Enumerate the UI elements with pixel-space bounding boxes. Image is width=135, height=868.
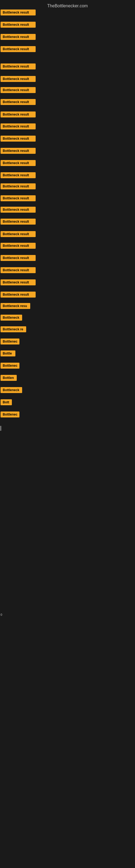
bottleneck-item-25[interactable]: Bottleneck resu xyxy=(1,303,30,310)
bottleneck-item-8[interactable]: Bottleneck result xyxy=(1,99,36,106)
bottleneck-item-2[interactable]: Bottleneck result xyxy=(1,22,36,29)
bottleneck-badge-27: Bottleneck re xyxy=(1,326,26,332)
bottleneck-item-11[interactable]: Bottleneck result xyxy=(1,135,36,143)
bottleneck-badge-12: Bottleneck result xyxy=(1,148,36,154)
bottleneck-badge-14: Bottleneck result xyxy=(1,172,36,178)
bottleneck-item-27[interactable]: Bottleneck re xyxy=(1,326,26,333)
bottleneck-badge-32: Bottleneck xyxy=(1,387,22,393)
cursor-indicator xyxy=(1,426,1,431)
bottleneck-badge-2: Bottleneck result xyxy=(1,22,36,28)
bottleneck-item-4[interactable]: Bottleneck result xyxy=(1,46,36,53)
bottleneck-item-13[interactable]: Bottleneck result xyxy=(1,160,36,167)
bottleneck-badge-17: Bottleneck result xyxy=(1,207,36,213)
bottleneck-badge-25: Bottleneck resu xyxy=(1,303,30,309)
bottleneck-badge-22: Bottleneck result xyxy=(1,267,36,273)
bottleneck-item-31[interactable]: Bottlen xyxy=(1,375,17,382)
bottleneck-item-22[interactable]: Bottleneck result xyxy=(1,267,36,274)
bottleneck-item-20[interactable]: Bottleneck result xyxy=(1,243,36,250)
bottleneck-item-5[interactable]: Bottleneck result xyxy=(1,63,36,70)
bottleneck-badge-6: Bottleneck result xyxy=(1,76,36,82)
bottleneck-badge-21: Bottleneck result xyxy=(1,255,36,261)
bottleneck-badge-20: Bottleneck result xyxy=(1,243,36,249)
bottleneck-badge-30: Bottlenec xyxy=(1,363,19,369)
bottleneck-item-21[interactable]: Bottleneck result xyxy=(1,255,36,262)
bottleneck-badge-13: Bottleneck result xyxy=(1,160,36,166)
bottleneck-item-34[interactable]: Bottlenec xyxy=(1,411,19,418)
bottleneck-badge-5: Bottleneck result xyxy=(1,63,36,69)
bottleneck-badge-34: Bottlenec xyxy=(1,411,19,417)
bottleneck-item-30[interactable]: Bottlenec xyxy=(1,363,19,370)
bottleneck-item-16[interactable]: Bottleneck result xyxy=(1,195,36,203)
bottleneck-badge-3: Bottleneck result xyxy=(1,34,36,40)
bottleneck-badge-26: Bottleneck xyxy=(1,315,22,321)
bottleneck-item-33[interactable]: Bott xyxy=(1,399,12,406)
bottleneck-badge-24: Bottleneck result xyxy=(1,291,36,298)
bottleneck-item-12[interactable]: Bottleneck result xyxy=(1,148,36,155)
bottleneck-badge-10: Bottleneck result xyxy=(1,123,36,129)
bottleneck-item-19[interactable]: Bottleneck result xyxy=(1,231,36,238)
bottleneck-item-7[interactable]: Bottleneck result xyxy=(1,87,36,94)
bottleneck-badge-8: Bottleneck result xyxy=(1,99,36,105)
bottleneck-badge-33: Bott xyxy=(1,399,12,405)
bottleneck-badge-1: Bottleneck result xyxy=(1,9,36,16)
bottleneck-badge-28: Bottlenec xyxy=(1,339,19,344)
bottleneck-item-10[interactable]: Bottleneck result xyxy=(1,123,36,130)
bottleneck-item-6[interactable]: Bottleneck result xyxy=(1,76,36,83)
bottleneck-item-14[interactable]: Bottleneck result xyxy=(1,172,36,179)
bottleneck-badge-16: Bottleneck result xyxy=(1,195,36,201)
bottleneck-badge-29: Bottle xyxy=(1,350,15,356)
bottleneck-item-3[interactable]: Bottleneck result xyxy=(1,34,36,41)
bottleneck-badge-9: Bottleneck result xyxy=(1,112,36,118)
bottleneck-item-18[interactable]: Bottleneck result xyxy=(1,219,36,226)
bottleneck-item-23[interactable]: Bottleneck result xyxy=(1,279,36,286)
bottleneck-badge-23: Bottleneck result xyxy=(1,279,36,285)
bottleneck-item-26[interactable]: Bottleneck xyxy=(1,315,22,322)
bottleneck-item-1[interactable]: Bottleneck result xyxy=(1,9,36,17)
bottleneck-badge-31: Bottlen xyxy=(1,375,17,381)
bottleneck-badge-15: Bottleneck result xyxy=(1,183,36,189)
bottleneck-item-24[interactable]: Bottleneck result xyxy=(1,291,36,299)
bottleneck-badge-19: Bottleneck result xyxy=(1,231,36,237)
bottleneck-item-17[interactable]: Bottleneck result xyxy=(1,207,36,214)
bottleneck-item-29[interactable]: Bottle xyxy=(1,350,15,358)
bottleneck-badge-11: Bottleneck result xyxy=(1,135,36,142)
bottleneck-badge-18: Bottleneck result xyxy=(1,219,36,225)
small-bottom-label: 0 xyxy=(1,613,2,616)
bottleneck-badge-4: Bottleneck result xyxy=(1,46,36,52)
bottleneck-badge-7: Bottleneck result xyxy=(1,87,36,93)
bottleneck-item-32[interactable]: Bottleneck xyxy=(1,387,22,394)
site-title: TheBottlenecker.com xyxy=(0,1,135,10)
bottleneck-item-9[interactable]: Bottleneck result xyxy=(1,112,36,119)
bottleneck-item-15[interactable]: Bottleneck result xyxy=(1,183,36,190)
bottleneck-item-28[interactable]: Bottlenec xyxy=(1,339,19,346)
